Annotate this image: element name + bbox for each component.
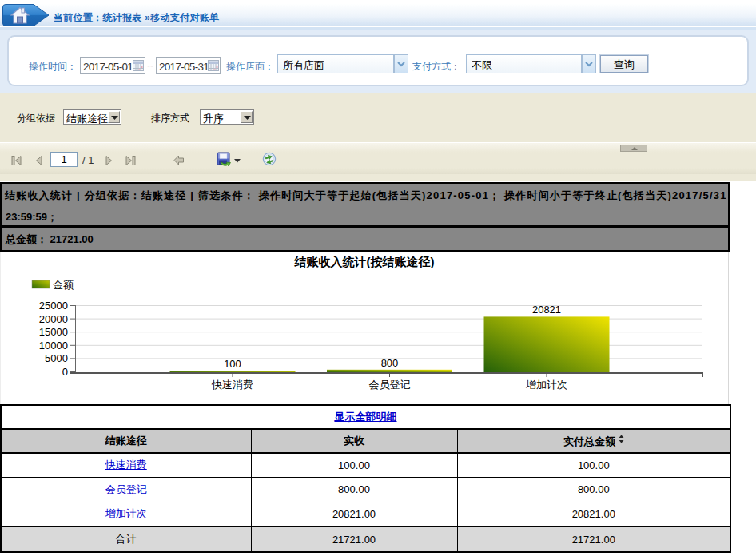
svg-text:20821: 20821 [532, 304, 561, 316]
svg-text:会员登记: 会员登记 [369, 379, 411, 391]
svg-text:100: 100 [224, 358, 241, 370]
svg-text:快速消费: 快速消费 [211, 379, 253, 391]
svg-text:5000: 5000 [45, 352, 68, 364]
svg-text:800: 800 [381, 357, 399, 369]
svg-text:10000: 10000 [39, 340, 68, 351]
svg-text:25000: 25000 [39, 300, 68, 312]
svg-text:增加计次: 增加计次 [525, 379, 567, 391]
svg-text:金额: 金额 [53, 279, 74, 291]
svg-text:15000: 15000 [39, 326, 68, 338]
svg-text:20000: 20000 [39, 313, 68, 325]
svg-text:0: 0 [62, 366, 68, 378]
